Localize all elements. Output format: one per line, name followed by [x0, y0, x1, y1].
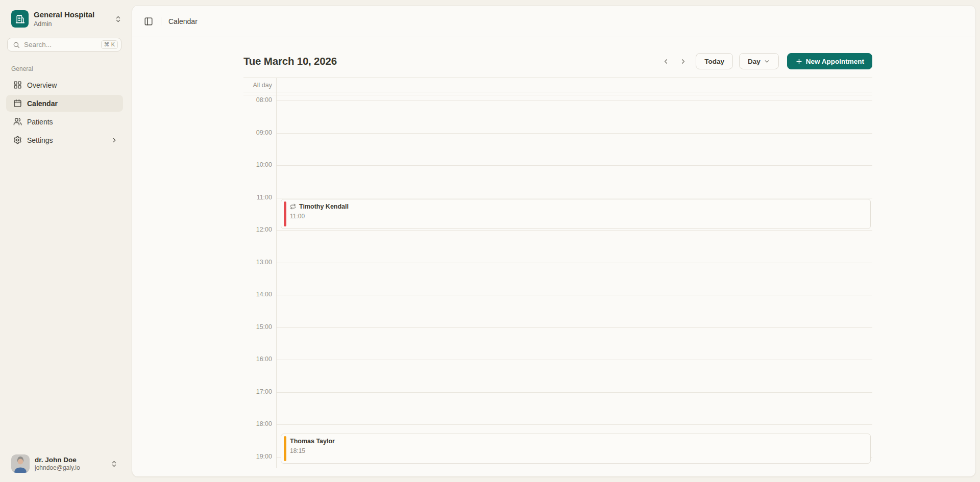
chevron-down-icon — [764, 58, 770, 65]
chevrons-up-down-icon — [114, 15, 122, 23]
org-role: Admin — [34, 20, 109, 28]
hour-label: 13:00 — [243, 259, 272, 266]
topbar: Calendar — [132, 6, 975, 37]
hour-line — [276, 360, 872, 360]
time-grid[interactable]: 08:0009:0010:0011:0012:0013:0014:0015:00… — [243, 95, 872, 468]
all-day-label: All day — [243, 82, 272, 89]
event-title: Thomas Taylor — [290, 438, 335, 445]
main-panel: Calendar Tue March 10, 2026 Today Day — [132, 5, 976, 477]
hour-line — [276, 327, 872, 328]
chevrons-up-down-icon — [110, 460, 118, 468]
hospital-icon — [15, 14, 25, 24]
hour-label: 08:00 — [243, 96, 272, 104]
hour-line — [276, 230, 872, 231]
panel-left-icon — [144, 17, 153, 26]
avatar — [11, 454, 30, 473]
calendar-grid: All day 08:0009:0010:0011:0012:0013:0014… — [243, 78, 872, 468]
hour-line — [276, 198, 872, 198]
search-shortcut-badge: ⌘ K — [101, 40, 118, 49]
gear-icon — [13, 136, 22, 144]
layout-grid-icon — [13, 81, 22, 89]
hour-label: 09:00 — [243, 129, 272, 136]
appointment-card[interactable]: Thomas Taylor18:15 — [281, 434, 871, 464]
today-button[interactable]: Today — [696, 53, 733, 69]
search-input[interactable]: Search... ⌘ K — [7, 38, 121, 52]
hospital-logo — [11, 10, 29, 28]
divider — [161, 17, 161, 26]
event-color-bar — [284, 201, 286, 227]
org-name: General Hospital — [34, 10, 109, 19]
date-title: Tue March 10, 2026 — [243, 55, 337, 67]
hour-line — [276, 100, 872, 101]
user-name: dr. John Doe — [35, 456, 105, 464]
sidebar-section-label: General — [11, 65, 33, 72]
new-appointment-button[interactable]: New Appointment — [787, 53, 872, 69]
next-day-button[interactable] — [676, 54, 690, 68]
hour-label: 16:00 — [243, 356, 272, 363]
gutter-divider — [276, 78, 277, 468]
calendar-icon — [13, 99, 22, 108]
plus-icon — [795, 58, 803, 65]
org-switcher[interactable]: General Hospital Admin — [0, 0, 129, 28]
event-title: Timothy Kendall — [299, 203, 349, 211]
sidebar-item-settings[interactable]: Settings — [6, 132, 123, 148]
user-email: johndoe@galy.io — [35, 464, 105, 471]
hour-line — [276, 263, 872, 263]
view-label: Day — [748, 58, 761, 65]
sidebar: General Hospital Admin Search... ⌘ K Gen… — [0, 0, 129, 482]
hour-line — [276, 392, 872, 393]
event-color-bar — [284, 436, 286, 462]
calendar-header: Tue March 10, 2026 Today Day New Appoi — [243, 37, 872, 73]
breadcrumb: Calendar — [168, 17, 198, 26]
hour-label: 17:00 — [243, 388, 272, 395]
hour-label: 11:00 — [243, 194, 272, 201]
event-time: 11:00 — [290, 213, 865, 220]
new-appointment-label: New Appointment — [806, 58, 864, 65]
sidebar-nav: Overview Calendar Patients Settings — [6, 77, 123, 148]
event-time: 18:15 — [290, 447, 865, 454]
sidebar-item-label: Patients — [27, 118, 118, 126]
users-icon — [13, 117, 22, 126]
today-label: Today — [704, 58, 724, 65]
sidebar-toggle-button[interactable] — [141, 14, 156, 29]
hour-line — [276, 424, 872, 425]
calendar-controls: Today Day New Appointment — [659, 53, 872, 69]
hour-label: 18:00 — [243, 420, 272, 427]
sidebar-item-patients[interactable]: Patients — [6, 113, 123, 130]
repeat-icon — [290, 204, 296, 210]
prev-day-button[interactable] — [659, 54, 672, 68]
all-day-row[interactable]: All day — [243, 78, 872, 92]
hour-label: 19:00 — [243, 453, 272, 460]
user-menu[interactable]: dr. John Doe johndoe@galy.io — [6, 452, 123, 475]
view-select[interactable]: Day — [739, 53, 779, 69]
chevron-right-icon — [111, 137, 118, 144]
search-icon — [13, 41, 20, 48]
hour-label: 12:00 — [243, 226, 272, 233]
hour-label: 14:00 — [243, 291, 272, 298]
hour-line — [276, 133, 872, 134]
hour-label: 10:00 — [243, 161, 272, 168]
hour-line — [276, 165, 872, 166]
sidebar-item-label: Overview — [27, 81, 118, 89]
sidebar-item-label: Calendar — [27, 99, 118, 108]
sidebar-item-calendar[interactable]: Calendar — [6, 95, 123, 112]
hour-label: 15:00 — [243, 323, 272, 331]
search-placeholder: Search... — [24, 41, 101, 48]
chevron-left-icon — [662, 58, 670, 65]
sidebar-item-overview[interactable]: Overview — [6, 77, 123, 93]
calendar-view: Tue March 10, 2026 Today Day New Appoi — [243, 37, 872, 468]
appointment-card[interactable]: Timothy Kendall11:00 — [281, 199, 871, 230]
hour-line — [276, 295, 872, 295]
chevron-right-icon — [679, 58, 687, 65]
sidebar-item-label: Settings — [27, 136, 106, 144]
